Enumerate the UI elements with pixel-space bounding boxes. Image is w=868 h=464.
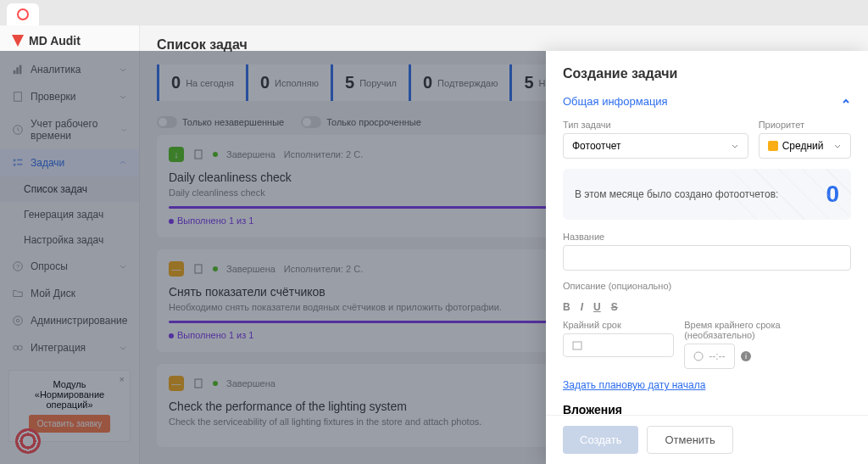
clipboard-icon: [192, 148, 204, 160]
toggle-uncompleted[interactable]: Только незавершенные: [157, 116, 284, 128]
nav-timetracking[interactable]: Учет рабочего времени: [0, 110, 139, 149]
question-icon: ?: [12, 260, 24, 272]
priority-label: Приоритет: [759, 120, 851, 130]
folder-icon: [12, 288, 24, 299]
status-dot: [213, 152, 218, 157]
help-icon[interactable]: [15, 428, 41, 454]
browser-chrome: [0, 0, 868, 25]
svg-rect-6: [17, 159, 22, 161]
chevron-up-icon: [119, 159, 127, 167]
description-label: Описание (опционально): [563, 281, 851, 291]
svg-text:i: i: [745, 352, 747, 361]
chevron-down-icon: [119, 344, 127, 352]
browser-tab[interactable]: [7, 3, 39, 25]
plan-date-link[interactable]: Задать плановую дату начала: [563, 379, 851, 391]
svg-rect-16: [195, 150, 202, 159]
attachments-title: Вложения: [563, 403, 851, 415]
priority-select[interactable]: Средний: [759, 133, 851, 159]
name-input[interactable]: [563, 245, 851, 271]
svg-rect-1: [16, 67, 19, 74]
svg-rect-19: [573, 342, 581, 349]
deadline-time-input[interactable]: --:--: [684, 344, 734, 369]
nav-admin[interactable]: Администрирование: [0, 307, 139, 334]
app-logo: MD Audit: [0, 25, 139, 56]
task-type-icon: —: [169, 376, 184, 391]
task-type-label: Тип задачи: [563, 120, 748, 130]
svg-rect-7: [14, 164, 16, 166]
status-dot: [213, 266, 218, 271]
download-icon: ↓: [169, 147, 184, 162]
tasks-icon: [12, 157, 24, 169]
name-label: Название: [563, 232, 851, 242]
info-icon[interactable]: i: [740, 350, 752, 362]
svg-rect-18: [195, 379, 202, 388]
create-button[interactable]: Создать: [563, 426, 638, 454]
stat-assigned[interactable]: 5Поручил: [331, 64, 409, 101]
sidebar: MD Audit Аналитика Проверки Учет рабочег…: [0, 25, 140, 464]
create-task-drawer: Создание задачи Общая информация Тип зад…: [546, 51, 868, 464]
banner-pattern: [732, 169, 851, 220]
chevron-down-icon: [833, 142, 842, 150]
svg-rect-0: [14, 70, 16, 74]
task-type-icon: —: [169, 261, 184, 277]
svg-rect-5: [14, 159, 16, 162]
deadline-label: Крайний срок: [563, 320, 674, 330]
strikethrough-button[interactable]: S: [611, 301, 618, 313]
status-dot: [213, 381, 218, 386]
italic-button[interactable]: I: [581, 301, 583, 313]
chevron-down-icon: [119, 65, 127, 74]
chart-icon: [12, 64, 24, 75]
nav-checks[interactable]: Проверки: [0, 83, 139, 110]
svg-rect-3: [14, 92, 22, 102]
chevron-down-icon: [119, 262, 127, 271]
nav-surveys[interactable]: ?Опросы: [0, 253, 139, 280]
svg-point-14: [18, 345, 22, 349]
stat-confirming[interactable]: 0Подтверждаю: [409, 64, 509, 101]
close-icon[interactable]: ×: [120, 374, 125, 384]
cancel-button[interactable]: Отменить: [647, 426, 732, 454]
stat-today[interactable]: 0На сегодня: [157, 64, 246, 101]
deadline-date-input[interactable]: [563, 333, 674, 357]
deadline-time-label: Время крайнего срока (необязательно): [684, 320, 851, 340]
logo-icon: [12, 35, 24, 47]
bold-button[interactable]: B: [563, 301, 570, 313]
toggle-overdue[interactable]: Только просроченные: [301, 116, 421, 128]
chevron-down-icon: [119, 92, 127, 101]
promo-title: Модуль «Нормирование операций»: [18, 379, 121, 410]
svg-point-11: [16, 319, 19, 322]
clock-icon: [12, 124, 24, 136]
calendar-icon: [572, 340, 582, 350]
underline-button[interactable]: U: [593, 301, 601, 313]
svg-point-13: [14, 345, 18, 349]
chevron-down-icon: [120, 126, 127, 134]
editor-toolbar: B I U S: [563, 294, 851, 320]
clipboard-icon: [192, 263, 204, 275]
svg-point-20: [694, 352, 703, 361]
drawer-footer: Создать Отменить: [546, 415, 868, 464]
clock-icon: [693, 351, 704, 361]
chevron-down-icon: [731, 142, 739, 150]
nav-sub-tasklist[interactable]: Список задач: [0, 176, 139, 202]
promo-button[interactable]: Оставить заявку: [29, 415, 111, 433]
stat-executing[interactable]: 0Исполняю: [246, 64, 331, 101]
nav-integration[interactable]: Интеграция: [0, 334, 139, 361]
tab-icon: [17, 8, 29, 20]
priority-medium-icon: [768, 141, 778, 151]
app-name: MD Audit: [29, 34, 81, 48]
nav-analytics[interactable]: Аналитика: [0, 56, 139, 83]
nav-mydisk[interactable]: Мой Диск: [0, 280, 139, 307]
gear-icon: [12, 315, 24, 327]
nav-sub-taskgen[interactable]: Генерация задач: [0, 202, 139, 227]
nav-sub-tasksettings[interactable]: Настройка задач: [0, 227, 139, 253]
svg-text:?: ?: [16, 264, 19, 270]
svg-rect-8: [17, 164, 22, 165]
link-icon: [12, 342, 24, 354]
chevron-up-icon: [841, 97, 851, 107]
task-type-select[interactable]: Фотоотчет: [563, 133, 748, 159]
info-banner: В этом месяце было создано фотоотчетов: …: [563, 169, 851, 220]
nav-tasks[interactable]: Задачи: [0, 149, 139, 176]
svg-rect-17: [195, 265, 202, 273]
svg-point-12: [14, 316, 23, 326]
drawer-title: Создание задачи: [563, 66, 851, 81]
section-general-info[interactable]: Общая информация: [563, 95, 851, 108]
